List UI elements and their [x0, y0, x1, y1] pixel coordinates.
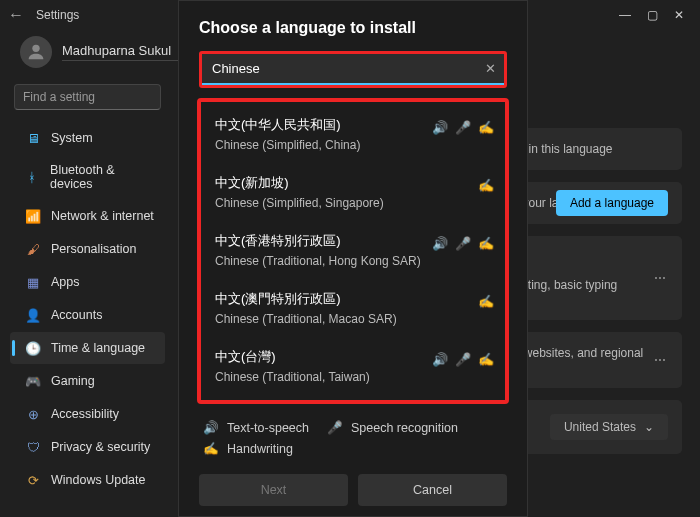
person-icon: 👤	[25, 307, 41, 323]
close-icon[interactable]: ✕	[674, 8, 684, 22]
back-icon[interactable]: ←	[8, 6, 28, 24]
more-icon[interactable]: ⋯	[654, 353, 668, 367]
language-item[interactable]: 中文(中华人民共和国)Chinese (Simplified, China)🔊🎤…	[201, 106, 505, 164]
language-list: 中文(中华人民共和国)Chinese (Simplified, China)🔊🎤…	[197, 98, 509, 404]
minimize-icon[interactable]: ―	[619, 8, 631, 22]
language-english: Chinese (Simplified, Singapore)	[215, 196, 491, 210]
user-name: Madhuparna Sukul	[62, 43, 182, 58]
sidebar-item-system[interactable]: 🖥System	[10, 122, 165, 154]
sidebar-label: Personalisation	[51, 242, 136, 256]
feature-tts: 🔊Text-to-speech	[203, 420, 309, 435]
sidebar-item-wifi[interactable]: 📶Network & internet	[10, 200, 165, 232]
mic-icon: 🎤	[455, 352, 470, 367]
sidebar-label: Windows Update	[51, 473, 146, 487]
sidebar-label: Time & language	[51, 341, 145, 355]
hand-icon: ✍	[478, 120, 493, 135]
sidebar: Find a setting 🖥SystemᚼBluetooth & devic…	[0, 74, 175, 517]
mic-icon: 🎤	[455, 236, 470, 251]
mic-icon: 🎤	[455, 120, 470, 135]
clear-icon[interactable]: ✕	[485, 61, 496, 76]
add-language-button[interactable]: Add a language	[556, 190, 668, 216]
svg-point-0	[32, 45, 39, 52]
game-icon: 🎮	[25, 373, 41, 389]
chevron-down-icon: ⌄	[644, 420, 654, 434]
tts-icon: 🔊	[432, 120, 447, 135]
system-icon: 🖥	[25, 130, 41, 146]
sidebar-item-access[interactable]: ⊕Accessibility	[10, 398, 165, 430]
sidebar-label: Gaming	[51, 374, 95, 388]
sidebar-item-shield[interactable]: 🛡Privacy & security	[10, 431, 165, 463]
hand-icon: ✍	[478, 352, 493, 367]
shield-icon: 🛡	[25, 439, 41, 455]
dialog-title: Choose a language to install	[179, 19, 527, 51]
language-dialog: Choose a language to install ✕ 中文(中华人民共和…	[178, 0, 528, 517]
language-item[interactable]: 中文(澳門特別行政區)Chinese (Traditional, Macao S…	[201, 280, 505, 338]
avatar[interactable]	[20, 36, 52, 68]
clock-icon: 🕒	[25, 340, 41, 356]
language-item[interactable]: 中文(台灣)Chinese (Traditional, Taiwan)🔊🎤✍	[201, 338, 505, 396]
sidebar-item-brush[interactable]: 🖌Personalisation	[10, 233, 165, 265]
sidebar-label: System	[51, 131, 93, 145]
cancel-button[interactable]: Cancel	[358, 474, 507, 506]
window-title: Settings	[36, 8, 79, 22]
language-item[interactable]: 中文(新加坡)Chinese (Simplified, Singapore)✍	[201, 164, 505, 222]
access-icon: ⊕	[25, 406, 41, 422]
maximize-icon[interactable]: ▢	[647, 8, 658, 22]
sidebar-item-bluetooth[interactable]: ᚼBluetooth & devices	[10, 155, 165, 199]
apps-icon: ▦	[25, 274, 41, 290]
sidebar-label: Accounts	[51, 308, 102, 322]
region-select[interactable]: United States ⌄	[550, 414, 668, 440]
hand-icon: ✍	[478, 178, 493, 193]
tts-icon: 🔊	[432, 236, 447, 251]
sidebar-item-game[interactable]: 🎮Gaming	[10, 365, 165, 397]
feature-handwriting: ✍Handwriting	[203, 441, 293, 456]
hand-icon: ✍	[478, 294, 493, 309]
language-english: Chinese (Traditional, Hong Kong SAR)	[215, 254, 491, 268]
sidebar-label: Apps	[51, 275, 80, 289]
hand-icon: ✍	[478, 236, 493, 251]
language-item[interactable]: 中文(香港特別行政區)Chinese (Traditional, Hong Ko…	[201, 222, 505, 280]
sidebar-item-apps[interactable]: ▦Apps	[10, 266, 165, 298]
language-native: 中文(新加坡)	[215, 174, 491, 192]
sidebar-label: Accessibility	[51, 407, 119, 421]
mic-icon: 🎤	[327, 420, 343, 435]
next-button[interactable]: Next	[199, 474, 348, 506]
language-english: Chinese (Traditional, Macao SAR)	[215, 312, 491, 326]
sidebar-item-clock[interactable]: 🕒Time & language	[10, 332, 165, 364]
update-icon: ⟳	[25, 472, 41, 488]
language-english: Chinese (Traditional, Taiwan)	[215, 370, 491, 384]
bluetooth-icon: ᚼ	[25, 169, 40, 185]
sidebar-item-update[interactable]: ⟳Windows Update	[10, 464, 165, 496]
language-native: 中文(澳門特別行政區)	[215, 290, 491, 308]
handwriting-icon: ✍	[203, 441, 219, 456]
more-icon[interactable]: ⋯	[654, 271, 668, 285]
sidebar-label: Network & internet	[51, 209, 154, 223]
wifi-icon: 📶	[25, 208, 41, 224]
tts-icon: 🔊	[203, 420, 219, 435]
sidebar-label: Privacy & security	[51, 440, 150, 454]
language-search-input[interactable]	[202, 54, 504, 85]
brush-icon: 🖌	[25, 241, 41, 257]
tts-icon: 🔊	[432, 352, 447, 367]
sidebar-item-person[interactable]: 👤Accounts	[10, 299, 165, 331]
language-english: Chinese (Simplified, China)	[215, 138, 491, 152]
sidebar-label: Bluetooth & devices	[50, 163, 155, 191]
search-input[interactable]: Find a setting	[14, 84, 161, 110]
feature-speech: 🎤Speech recognition	[327, 420, 458, 435]
